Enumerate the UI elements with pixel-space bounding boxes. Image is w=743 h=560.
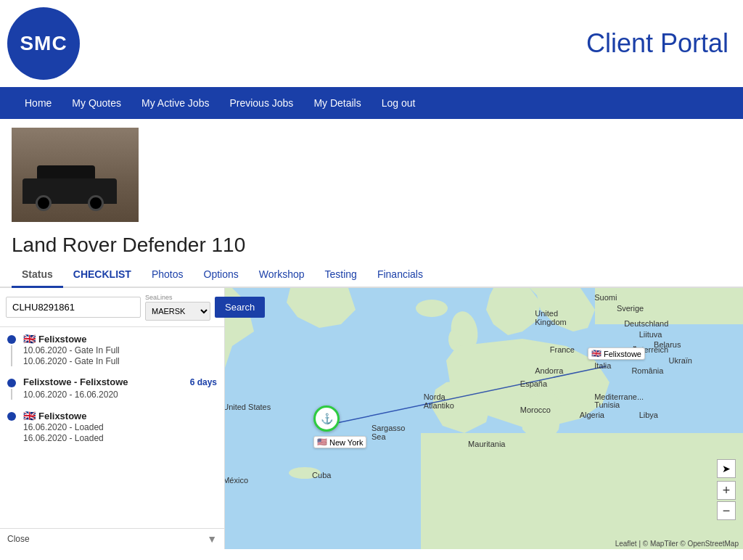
sealines-select[interactable]: MAERSK MSC CMA CGM	[145, 302, 210, 321]
map-label-france: France	[550, 345, 575, 354]
tab-checklist[interactable]: CHECKLIST	[63, 263, 141, 288]
tracking-search-row: SeaLines MAERSK MSC CMA CGM Search	[0, 288, 224, 327]
tracking-panel: SeaLines MAERSK MSC CMA CGM Search �	[0, 288, 225, 549]
flag-uk-1: 🇬🇧	[23, 333, 36, 345]
ship-marker: ⚓	[313, 405, 340, 432]
zoom-out-button[interactable]: −	[717, 501, 736, 520]
vehicle-title: Land Rover Defender 110	[0, 231, 743, 263]
event-1-location: 🇬🇧 Felixstowe	[23, 333, 217, 345]
map-label-cuba: Cuba	[312, 471, 331, 479]
map-label-andorra: Andorra	[535, 366, 563, 375]
event-line-2	[11, 389, 12, 400]
map-label-deutschland: Deutschland	[624, 319, 668, 328]
event-dot-1	[7, 335, 16, 344]
nav-log-out[interactable]: Log out	[372, 87, 426, 119]
event-2-duration: 6 days	[190, 377, 217, 387]
map-label-suomi: Suomi	[594, 293, 617, 302]
new-york-pin: 🇺🇸New York	[313, 436, 366, 448]
event-line-1	[11, 345, 12, 366]
nav-my-quotes[interactable]: My Quotes	[62, 87, 131, 119]
vehicle-image	[12, 128, 139, 222]
logo: SMC	[7, 7, 80, 80]
tab-workshop[interactable]: Workshop	[249, 263, 315, 288]
map-label-liituva: Liituva	[639, 330, 662, 339]
event-3: 🇬🇧 Felixstowe 16.06.2020 - Loaded 16.06.…	[7, 410, 217, 443]
map-label-sverige: Sverige	[617, 304, 644, 313]
map-label-espana: España	[520, 379, 547, 388]
tracking-footer: Close ▼	[0, 528, 224, 549]
vehicle-image-container	[0, 119, 743, 231]
map-label-romania: România	[631, 366, 663, 375]
map-label-uk: UnitedKingdom	[535, 309, 566, 326]
map-label-usa: United States	[223, 403, 271, 411]
sealines-label: SeaLines	[145, 294, 210, 301]
map-label-libya: Libya	[639, 411, 658, 419]
felixstowe-pin: 🇬🇧Felixstowe	[588, 347, 645, 360]
map-attribution: Leaflet | © MapTiler © OpenStreetMap	[615, 540, 739, 548]
map-container: HudsonBay United States México Cuba Sarg…	[0, 288, 743, 549]
nav-my-active-jobs[interactable]: My Active Jobs	[131, 87, 219, 119]
tab-status[interactable]: Status	[12, 263, 63, 288]
flag-uk-3: 🇬🇧	[23, 410, 36, 421]
map-label-morocco: Morocco	[520, 405, 551, 414]
logo-text: SMC	[20, 32, 67, 55]
map-label-sargasso: SargassoSea	[372, 424, 405, 441]
event-1-detail-1: 10.06.2020 - Gate In Full	[23, 345, 217, 355]
map-label-italia: Italia	[594, 361, 611, 370]
event-dot-2	[7, 379, 16, 387]
nav-home[interactable]: Home	[15, 87, 62, 119]
container-id-input[interactable]	[6, 297, 141, 318]
map-label-ukraine: Ukraïn	[669, 356, 692, 365]
tab-options[interactable]: Options	[194, 263, 249, 288]
locate-button[interactable]: ➤	[717, 459, 736, 478]
zoom-controls: + −	[717, 481, 736, 520]
tracking-events: 🇬🇧 Felixstowe 10.06.2020 - Gate In Full …	[0, 327, 224, 528]
event-2-date-range: 10.06.2020 - 16.06.2020	[23, 390, 217, 400]
event-3-location: 🇬🇧 Felixstowe	[23, 410, 217, 421]
svg-rect-12	[421, 433, 743, 549]
map-label-tunisia: Tunisia	[594, 400, 620, 409]
event-2: Felixstowe - Felixstowe 6 days 10.06.202…	[7, 376, 217, 400]
event-3-detail-1: 16.06.2020 - Loaded	[23, 422, 217, 432]
navbar: Home My Quotes My Active Jobs Previous J…	[0, 87, 743, 119]
event-dot-3	[7, 412, 16, 421]
zoom-in-button[interactable]: +	[717, 481, 736, 500]
nav-previous-jobs[interactable]: Previous Jobs	[219, 87, 303, 119]
event-2-location: Felixstowe - Felixstowe	[23, 376, 128, 387]
event-1-detail-2: 10.06.2020 - Gate In Full	[23, 356, 217, 366]
search-button[interactable]: Search	[215, 297, 265, 318]
new-york-label: 🇺🇸New York	[313, 436, 366, 448]
portal-title: Client Portal	[586, 28, 728, 59]
nav-my-details[interactable]: My Details	[303, 87, 371, 119]
map-label-mauritania: Mauritania	[468, 440, 505, 448]
tabs: Status CHECKLIST Photos Options Workshop…	[0, 263, 743, 288]
close-button[interactable]: Close	[7, 534, 30, 544]
map-label-atlantiko: NordaAtlantiko	[424, 392, 454, 410]
event-3-detail-2: 16.06.2020 - Loaded	[23, 433, 217, 443]
tab-photos[interactable]: Photos	[141, 263, 194, 288]
felixstowe-label: 🇬🇧Felixstowe	[588, 347, 645, 360]
svg-point-3	[416, 300, 448, 317]
scroll-down-icon: ▼	[207, 533, 217, 545]
header: SMC Client Portal	[0, 0, 743, 87]
tab-testing[interactable]: Testing	[315, 263, 367, 288]
tab-financials[interactable]: Financials	[367, 263, 433, 288]
event-1: 🇬🇧 Felixstowe 10.06.2020 - Gate In Full …	[7, 333, 217, 366]
map-label-algeria: Algeria	[580, 411, 604, 419]
map-label-mexico: México	[223, 476, 248, 485]
